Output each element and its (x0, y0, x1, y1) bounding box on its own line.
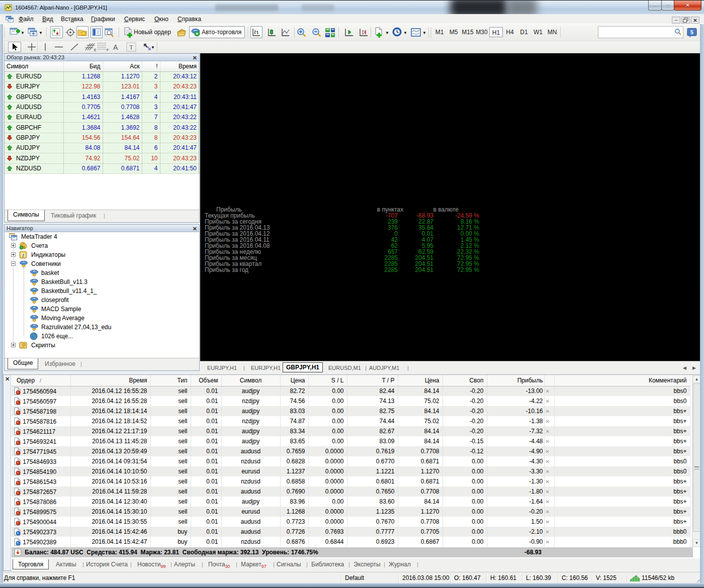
svg-text:5: 5 (690, 30, 693, 35)
svg-text:T: T (129, 44, 133, 51)
svg-text:E: E (94, 48, 97, 52)
svg-text:$: $ (23, 245, 25, 249)
svg-text:F: F (107, 48, 109, 52)
